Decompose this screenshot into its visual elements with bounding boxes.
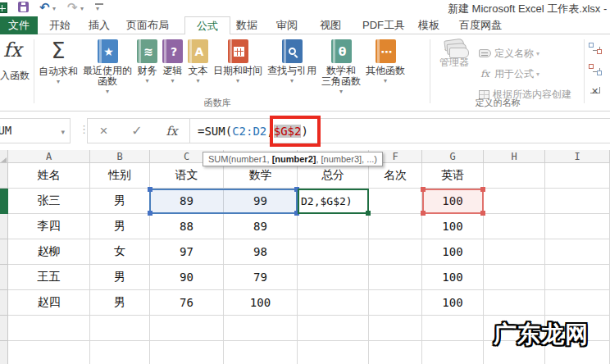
cell-b4[interactable]: 女: [90, 239, 150, 265]
row-header[interactable]: [0, 341, 8, 364]
name-manager-button[interactable]: 名称 管理器: [435, 39, 474, 69]
datetime-button[interactable]: 日期和时间 ▾: [211, 38, 265, 95]
tab-page-layout[interactable]: 页面布局: [123, 16, 172, 34]
cell-h1[interactable]: [484, 163, 545, 189]
cell-f4[interactable]: [369, 239, 422, 265]
cell-d2[interactable]: 99: [224, 189, 298, 214]
undo-icon[interactable]: ↶: [39, 0, 50, 15]
cell-c2[interactable]: 89: [150, 189, 224, 214]
trace-dependents-icon[interactable]: [589, 64, 610, 77]
cell-d1[interactable]: 数学: [224, 163, 298, 189]
row-header[interactable]: [0, 290, 8, 316]
cell-f2[interactable]: [369, 189, 422, 214]
financial-button[interactable]: ≋ 财务 ▾: [134, 38, 160, 95]
row-header[interactable]: [0, 239, 8, 265]
use-in-formula-button[interactable]: fx 用于公式 ▾: [479, 65, 539, 83]
tab-view[interactable]: 视图: [316, 16, 344, 34]
cell-d6[interactable]: 100: [224, 290, 298, 316]
tab-pdf-tools[interactable]: PDF工具: [359, 16, 408, 34]
math-trig-button[interactable]: θ 数学和 三角函数 ▾: [319, 38, 363, 95]
cell-a4[interactable]: 赵柳: [8, 239, 90, 265]
cell-c4[interactable]: 97: [150, 239, 224, 265]
cell-d5[interactable]: 79: [224, 265, 298, 290]
tab-review[interactable]: 审阅: [273, 16, 301, 34]
cell-e3[interactable]: [298, 214, 369, 239]
undo-dropdown-icon[interactable]: ▾: [52, 5, 56, 12]
cell-f6[interactable]: [369, 290, 422, 316]
cell-h4[interactable]: [484, 239, 545, 265]
cell-g3[interactable]: 100: [422, 214, 484, 239]
cell-a5[interactable]: 王五: [8, 265, 90, 290]
column-header[interactable]: H: [484, 150, 545, 163]
cell-a2[interactable]: 张三: [8, 189, 90, 214]
cell-e1[interactable]: 总分: [298, 163, 369, 189]
more-functions-button[interactable]: ⋯ 其他函数 ▾: [363, 38, 407, 95]
lookup-reference-button[interactable]: 查找与引用 ▾: [265, 38, 319, 95]
cell-h2[interactable]: [484, 189, 545, 214]
cell-i2[interactable]: [545, 189, 610, 214]
redo-dropdown-icon[interactable]: ▾: [80, 5, 84, 12]
tab-data[interactable]: 数据: [233, 16, 261, 34]
cell-b2[interactable]: 男: [90, 189, 150, 214]
remove-arrows-icon[interactable]: ✕: [589, 85, 610, 98]
column-header[interactable]: G: [422, 150, 484, 163]
tab-baidu-netdisk[interactable]: 百度网盘: [456, 16, 505, 34]
cell-i1[interactable]: [545, 163, 610, 189]
cell-b3[interactable]: 男: [90, 214, 150, 239]
column-header[interactable]: B: [90, 150, 150, 163]
cell-i3[interactable]: [545, 214, 610, 239]
column-header[interactable]: A: [8, 150, 90, 163]
cell-a3[interactable]: 李四: [8, 214, 90, 239]
column-header[interactable]: I: [545, 150, 610, 163]
cancel-icon[interactable]: ×: [99, 123, 107, 139]
quick-access-customize-icon[interactable]: [95, 3, 103, 5]
cell-d3[interactable]: 89: [224, 214, 298, 239]
tab-templates[interactable]: 模板: [415, 16, 443, 34]
cell-h5[interactable]: [484, 265, 545, 290]
redo-icon[interactable]: ↷: [67, 0, 78, 15]
cell-e6[interactable]: [298, 290, 369, 316]
cell-i6[interactable]: [545, 290, 610, 316]
cell-b1[interactable]: 性别: [90, 163, 150, 189]
cell-b5[interactable]: 男: [90, 265, 150, 290]
tab-home[interactable]: 开始: [46, 16, 74, 34]
row-header[interactable]: [0, 214, 8, 239]
cell-e4[interactable]: [298, 239, 369, 265]
cell-i4[interactable]: [545, 239, 610, 265]
insert-function-button[interactable]: fx 插入函数: [0, 38, 33, 108]
cell-f5[interactable]: [369, 265, 422, 290]
cell-d4[interactable]: 98: [224, 239, 298, 265]
autosum-button[interactable]: Σ 自动求和 ▾: [36, 38, 80, 95]
cell-c3[interactable]: 88: [150, 214, 224, 239]
cell-i5[interactable]: [545, 265, 610, 290]
cell-c1[interactable]: 语文: [150, 163, 224, 189]
cell-g6[interactable]: 100: [422, 290, 484, 316]
row-header[interactable]: [0, 189, 8, 214]
cell-a1[interactable]: 姓名: [8, 163, 90, 189]
row-header[interactable]: [0, 163, 8, 189]
cell-c5[interactable]: 90: [150, 265, 224, 290]
logical-button[interactable]: ? 逻辑 ▾: [160, 38, 185, 95]
cell-c6[interactable]: 76: [150, 290, 224, 316]
tab-formulas[interactable]: 公式: [184, 16, 230, 35]
row-header[interactable]: [0, 265, 8, 290]
cell-g2[interactable]: 100: [422, 189, 484, 214]
text-button[interactable]: A 文本 ▾: [185, 38, 211, 95]
cell-g4[interactable]: 100: [422, 239, 484, 265]
cell-f1[interactable]: 名次: [369, 163, 422, 189]
formula-input[interactable]: =SUM(C2:D2,$G$2): [189, 118, 610, 143]
cell-b6[interactable]: 男: [90, 290, 150, 316]
cell-e2[interactable]: [298, 189, 369, 214]
enter-icon[interactable]: ✓: [131, 123, 142, 139]
cell-g1[interactable]: 英语: [422, 163, 484, 189]
tab-insert[interactable]: 插入: [85, 16, 113, 34]
cell-h6[interactable]: [484, 290, 545, 316]
define-name-button[interactable]: 定义名称 ▾: [479, 44, 539, 62]
recent-functions-button[interactable]: ★ 最近使用的 函数 ▾: [80, 38, 134, 95]
name-box[interactable]: SUM ▾: [0, 118, 71, 143]
cell-f3[interactable]: [369, 214, 422, 239]
cell-g5[interactable]: 100: [422, 265, 484, 290]
tab-file[interactable]: 文件: [0, 16, 38, 34]
cell-e5[interactable]: [298, 265, 369, 290]
save-icon[interactable]: [18, 2, 29, 12]
